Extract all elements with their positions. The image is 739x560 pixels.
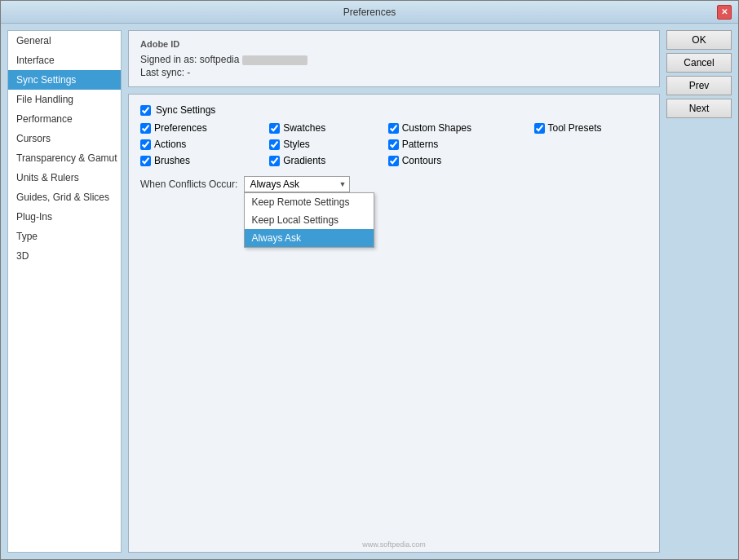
signed-in-line: Signed in as: softpedia	[140, 54, 648, 65]
master-sync-label: Sync Settings	[156, 104, 215, 116]
conflicts-dropdown-display[interactable]: Always Ask▼	[244, 176, 350, 192]
sidebar-item-performance[interactable]: Performance	[8, 109, 121, 129]
adobe-id-section: Adobe ID Signed in as: softpedia Last sy…	[128, 30, 660, 87]
buttons-panel: OK Cancel Prev Next	[666, 30, 732, 553]
blurred-email	[242, 55, 308, 65]
checkbox-swatches: Swatches	[269, 122, 371, 134]
adobe-id-title: Adobe ID	[140, 39, 648, 49]
master-sync-checkbox[interactable]	[140, 105, 151, 116]
conflicts-label: When Conflicts Occur:	[140, 179, 237, 190]
sidebar-item-file-handling[interactable]: File Handling	[8, 90, 121, 109]
checkbox-contours-label: Contours	[402, 155, 442, 166]
ok-button[interactable]: OK	[666, 30, 732, 50]
signed-in-prefix: Signed in as: softpedia	[140, 54, 239, 65]
checkbox-styles-input[interactable]	[269, 139, 280, 150]
last-sync-line: Last sync: -	[140, 67, 648, 78]
dropdown-item-remote[interactable]: Keep Remote Settings	[245, 193, 374, 211]
sidebar-item-sync-settings[interactable]: Sync Settings	[8, 70, 121, 90]
checkbox-tool-presets-input[interactable]	[534, 123, 545, 134]
checkbox-patterns: Patterns	[388, 139, 518, 150]
sidebar-item-guides-grid-slices[interactable]: Guides, Grid & Slices	[8, 187, 121, 207]
conflicts-row: When Conflicts Occur: Always Ask▼ Keep R…	[140, 176, 648, 192]
checkbox-tool-presets: Tool Presets	[534, 122, 648, 134]
checkbox-preferences: Preferences	[140, 122, 253, 134]
checkbox-styles-label: Styles	[283, 139, 310, 150]
checkbox-brushes-input[interactable]	[140, 156, 151, 166]
checkbox-styles: Styles	[269, 139, 371, 150]
cancel-button[interactable]: Cancel	[666, 53, 732, 73]
dropdown-item-local[interactable]: Keep Local Settings	[245, 211, 374, 229]
watermark: www.softpedia.com	[362, 540, 426, 549]
content-area: General Interface Sync Settings File Han…	[1, 24, 738, 559]
checkbox-gradients-label: Gradients	[283, 155, 325, 166]
checkbox-custom-shapes-input[interactable]	[388, 123, 399, 134]
checkboxes-grid: Preferences Swatches Custom Shapes	[140, 122, 648, 166]
sync-settings-section: Sync Settings Preferences Swatches	[128, 94, 660, 553]
checkbox-brushes: Brushes	[140, 155, 253, 166]
sidebar-item-type[interactable]: Type	[8, 227, 121, 246]
window-title: Preferences	[22, 7, 717, 18]
sidebar: General Interface Sync Settings File Han…	[7, 30, 122, 553]
checkbox-custom-shapes: Custom Shapes	[388, 122, 518, 134]
checkbox-preferences-label: Preferences	[154, 122, 207, 134]
right-panel: Adobe ID Signed in as: softpedia Last sy…	[128, 30, 732, 553]
checkbox-gradients-input[interactable]	[269, 156, 280, 166]
checkbox-swatches-input[interactable]	[269, 123, 280, 134]
preferences-window: Preferences ✕ General Interface Sync Set…	[0, 0, 739, 560]
checkbox-swatches-label: Swatches	[283, 122, 325, 134]
checkbox-preferences-input[interactable]	[140, 123, 151, 134]
sidebar-item-3d[interactable]: 3D	[8, 246, 121, 266]
dropdown-container: Always Ask▼ Keep Remote Settings Keep Lo…	[244, 176, 350, 192]
sidebar-item-general[interactable]: General	[8, 31, 121, 51]
dropdown-list: Keep Remote Settings Keep Local Settings…	[244, 192, 374, 248]
next-button[interactable]: Next	[666, 99, 732, 118]
title-bar: Preferences ✕	[1, 1, 738, 24]
checkbox-patterns-input[interactable]	[388, 139, 399, 150]
checkbox-actions-label: Actions	[154, 139, 186, 150]
checkbox-tool-presets-label: Tool Presets	[548, 122, 602, 134]
checkbox-custom-shapes-label: Custom Shapes	[402, 122, 471, 134]
sidebar-item-plug-ins[interactable]: Plug-Ins	[8, 207, 121, 227]
sidebar-item-units-rulers[interactable]: Units & Rulers	[8, 168, 121, 187]
checkbox-actions-input[interactable]	[140, 139, 151, 150]
sidebar-item-transparency-gamut[interactable]: Transparency & Gamut	[8, 148, 121, 168]
checkbox-brushes-label: Brushes	[154, 155, 190, 166]
checkbox-patterns-label: Patterns	[402, 139, 439, 150]
prev-button[interactable]: Prev	[666, 76, 732, 95]
checkbox-contours-input[interactable]	[388, 156, 399, 166]
checkbox-empty	[534, 139, 648, 150]
sidebar-item-cursors[interactable]: Cursors	[8, 129, 121, 148]
panel-content: Adobe ID Signed in as: softpedia Last sy…	[128, 30, 660, 553]
checkbox-gradients: Gradients	[269, 155, 371, 166]
checkbox-actions: Actions	[140, 139, 253, 150]
dropdown-item-always[interactable]: Always Ask	[245, 229, 374, 247]
master-sync-row: Sync Settings	[140, 104, 648, 116]
checkbox-contours: Contours	[388, 155, 518, 166]
sidebar-item-interface[interactable]: Interface	[8, 51, 121, 70]
close-button[interactable]: ✕	[717, 5, 732, 20]
